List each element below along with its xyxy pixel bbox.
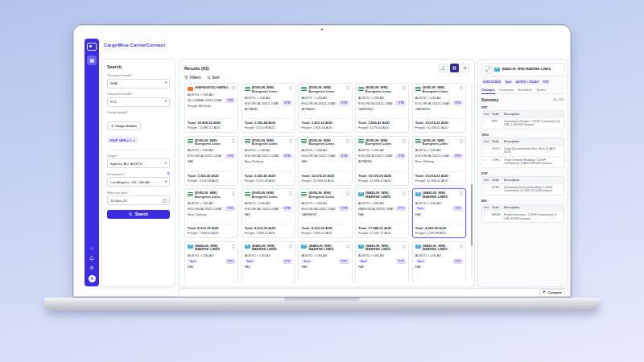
bookmark-icon[interactable] (346, 139, 349, 143)
rate-card[interactable]: (EVELIN_WW) Evergreen LinesAUSYD > USLAX… (242, 188, 295, 238)
divider (301, 118, 349, 119)
maersk-logo-icon: * (245, 245, 250, 249)
rate-card[interactable]: *(MAELIN_WW) MAERSK LINESAUSYD > USLAXSp… (412, 188, 466, 238)
expand-icon[interactable] (485, 66, 493, 74)
list-view-button[interactable] (460, 64, 469, 72)
rate-card[interactable]: (HAPAGSYD) HAPAGAUSYD > USLAXHLCU/BBA-03… (184, 83, 238, 133)
bookmark-icon[interactable] (460, 191, 463, 195)
compare-button-label: Compare (548, 290, 562, 294)
bookmark-icon[interactable] (460, 139, 463, 143)
search-button[interactable]: Search (107, 210, 170, 219)
rate-card[interactable]: (EVELIN_WW) Evergreen LinesAUSYD > USLAX… (412, 136, 466, 186)
results-scrollbar[interactable] (471, 84, 473, 277)
freight-amount: Freight: 7,908.01 AUD (301, 231, 349, 235)
bookmark-icon[interactable] (346, 191, 349, 195)
route-text: AUSYD > USLAX (358, 96, 406, 100)
bookmark-icon[interactable] (346, 86, 349, 90)
currency-toggle[interactable]: $ USD (553, 98, 564, 102)
sort-button[interactable]: Sort (207, 76, 220, 80)
divider (245, 118, 292, 119)
column-header: Incl. (484, 140, 492, 144)
route-text: AUSYD > USLAX (415, 96, 463, 100)
bookmark-icon[interactable] (289, 86, 292, 90)
tab-overview[interactable]: Overview (499, 88, 513, 93)
rate-card[interactable]: (EVELIN_WW) Evergreen LinesAUSYD > USLAX… (298, 188, 352, 238)
star-icon[interactable]: ☆ (89, 246, 93, 251)
swap-icon[interactable]: ⇅ (167, 172, 170, 176)
charge-code: ODOC (492, 147, 504, 154)
bookmark-icon[interactable] (232, 245, 235, 249)
commodity-text: APPAREL (301, 107, 349, 111)
freight-amount: Freight: 10,308.42 AUD (415, 179, 463, 183)
bookmark-icon[interactable] (402, 139, 406, 143)
gear-icon[interactable]: ⚙ (89, 265, 93, 270)
rate-card[interactable]: (EVELIN_WW) Evergreen LinesAUSYD > USLAX… (184, 136, 238, 186)
sidebar-item-rates[interactable]: ▦ (87, 56, 97, 65)
rate-card[interactable]: *(MAELIN_WW) MAERSK LINESAUSYD > USLAXSp… (242, 241, 295, 283)
grid-view-button[interactable] (450, 64, 459, 72)
total-amount: Total: 3,350.41 AUD (245, 174, 292, 178)
tab-charges[interactable]: Charges (481, 88, 495, 94)
rate-card[interactable]: (EVELIN_WW) Evergreen LinesAUSYD > USLAX… (184, 188, 238, 238)
filters-button[interactable]: Filters (184, 76, 201, 80)
transport-mode-select[interactable]: SEA ▾ (107, 79, 170, 88)
rate-card[interactable]: (EVELIN_WW) Evergreen LinesAUSYD > USLAX… (412, 83, 466, 133)
bookmark-icon[interactable] (232, 191, 235, 195)
cargo-chip[interactable]: 20GP GEN x 1 × (107, 137, 138, 143)
tab-terms[interactable]: Terms (536, 88, 545, 93)
rate-card[interactable]: (EVELIN_WW) Evergreen LinesAUSYD > USLAX… (298, 136, 352, 186)
rate-card[interactable]: (EVELIN_WW) Evergreen LinesAUSYD > USLAX… (355, 136, 409, 186)
bookmark-icon[interactable] (402, 86, 406, 90)
cargo-details-button[interactable]: + Cargo details (107, 121, 141, 130)
carrier-name: (EVELIN_WW) Evergreen Lines (195, 139, 230, 146)
carrier-name: (EVELIN_WW) Evergreen Lines (252, 86, 287, 93)
bookmark-icon[interactable] (460, 245, 463, 249)
column-header: Incl. (484, 179, 492, 183)
bookmark-icon[interactable] (289, 191, 292, 195)
compare-button[interactable]: Compare (539, 289, 565, 297)
detail-chips: 4,095.00 AUDSpotAUSYD > USLAXSTD (481, 80, 564, 84)
tab-schedule[interactable]: Schedule (518, 88, 531, 93)
bookmark-icon[interactable] (289, 139, 292, 143)
bookmark-icon[interactable] (460, 86, 463, 90)
rate-card[interactable]: *(MAELIN_WW) MAERSK LINESAUSYD > USLAXMA… (355, 188, 409, 238)
close-icon[interactable]: × (133, 138, 134, 142)
rate-card[interactable]: *(MAELIN_WW) MAERSK LINESAUSYD > USLAXSp… (184, 241, 238, 283)
rate-card[interactable]: *(MAELIN_WW) MAERSK LINESAUSYD > USLAXSp… (355, 241, 409, 283)
rate-card[interactable]: (EVELIN_WW) Evergreen LinesAUSYD > USLAX… (242, 83, 295, 133)
divider (188, 171, 235, 172)
effective-date-value: 20-Nov-23 (110, 199, 127, 203)
effective-date-field: Effective date 20-Nov-23 (107, 191, 170, 206)
bookmark-icon[interactable] (232, 86, 235, 90)
bookmark-icon[interactable] (289, 245, 292, 249)
detail-chip: STD (541, 80, 550, 84)
destination-select[interactable]: Los Angeles, US, USLAX ▾ (107, 177, 170, 187)
carrier-name: (MAELIN_WW) MAERSK LINES (423, 191, 458, 199)
bookmark-icon[interactable] (232, 139, 235, 143)
container-mode-select[interactable]: FCL ▾ (107, 97, 170, 107)
bookmark-icon[interactable] (402, 191, 406, 195)
bookmark-icon[interactable] (402, 245, 406, 249)
bell-icon[interactable] (89, 256, 94, 261)
rate-card[interactable]: *(MAELIN_WW) MAERSK LINESAUSYD > USLAXSp… (412, 241, 466, 283)
maersk-logo-icon: * (494, 68, 500, 72)
bookmark-icon[interactable] (346, 245, 349, 249)
rate-card[interactable]: (EVELIN_WW) Evergreen LinesAUSYD > USLAX… (242, 136, 295, 186)
chevron-down-icon: ▾ (165, 81, 167, 85)
effective-date-input[interactable]: 20-Nov-23 (107, 195, 170, 205)
laptop-base (44, 298, 600, 311)
rate-code: EGLV/BOA-53421-USAT (301, 154, 336, 158)
avatar[interactable]: A (89, 275, 96, 282)
commodity-text: New Clothing (415, 159, 463, 163)
rate-card[interactable]: (EVELIN_WW) Evergreen LinesAUSYD > USLAX… (298, 83, 352, 133)
divider (358, 171, 406, 172)
rate-card[interactable]: *(MAELIN_WW) MAERSK LINESAUSYD > USLAXSp… (298, 241, 352, 283)
origin-select[interactable]: Sydney, AU, AUSYD ▾ (107, 158, 170, 168)
column-header: Code (492, 140, 504, 144)
export-button[interactable] (439, 64, 448, 72)
rate-type-badge: STB (283, 154, 292, 158)
commodity-text: FAK (301, 159, 349, 163)
rate-card[interactable]: (EVELIN_WW) Evergreen LinesAUSYD > USLAX… (355, 83, 409, 133)
scrollbar-thumb[interactable] (471, 184, 473, 246)
laptop-notch (284, 298, 360, 302)
